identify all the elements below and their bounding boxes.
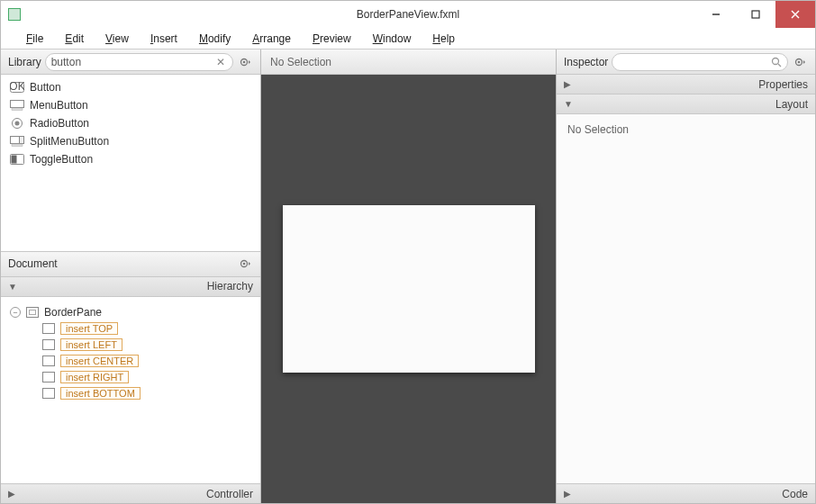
chevron-down-icon: ▼ [564,99,573,109]
search-icon [771,57,782,68]
svg-point-11 [15,122,20,126]
library-search-input[interactable] [51,56,214,68]
svg-rect-14 [12,144,23,147]
svg-rect-1 [752,11,759,18]
tree-slot[interactable]: insert CENTER [10,353,251,369]
menu-window[interactable]: Window [362,30,422,48]
slot-right-icon [42,372,55,382]
clear-search-icon[interactable]: ✕ [214,56,227,68]
menu-edit[interactable]: Edit [54,30,95,48]
section-label: Code [782,488,808,500]
selection-bar: No Selection [261,50,556,75]
inspector-gear-icon[interactable] [792,56,808,68]
titlebar: BorderPaneView.fxml [1,1,815,28]
svg-point-18 [243,263,246,266]
slot-label: insert RIGHT [60,371,129,383]
slot-label: insert BOTTOM [60,387,141,400]
menu-help[interactable]: Help [422,30,466,48]
minimize-button[interactable] [696,1,736,28]
inspector-section-properties[interactable]: ▶ Properties [557,75,815,94]
svg-rect-12 [11,137,20,144]
library-item-label: ToggleButton [30,153,93,166]
controller-header[interactable]: ▶ Controller [1,483,260,503]
tree-root[interactable]: − BorderPane [10,304,251,320]
slot-label: insert CENTER [60,355,139,367]
inspector-search[interactable] [612,53,788,71]
library-item[interactable]: OK Button [1,78,260,96]
svg-line-20 [778,64,781,67]
app-icon [8,8,21,21]
menu-view[interactable]: View [95,30,140,48]
library-header: Library ✕ [1,50,260,75]
tree-slot[interactable]: insert RIGHT [10,369,251,385]
split-menu-button-icon [10,135,24,148]
chevron-right-icon: ▶ [8,489,15,499]
library-item[interactable]: MenuButton [1,96,260,114]
inspector-body: No Selection [557,114,815,483]
hierarchy-header[interactable]: ▼ Hierarchy [1,277,260,297]
svg-rect-13 [20,137,24,144]
menu-insert[interactable]: Insert [140,30,188,48]
controller-label: Controller [206,488,253,500]
inspector-label: Inspector [564,56,608,68]
library-item[interactable]: SplitMenuButton [1,132,260,150]
document-header: Document [1,252,260,277]
slot-label: insert TOP [60,322,118,335]
menubar: File Edit View Insert Modify Arrange Pre… [1,28,815,50]
radio-button-icon [10,117,24,130]
svg-rect-9 [12,108,23,111]
library-item-label: MenuButton [30,99,88,112]
section-label: Properties [758,78,808,91]
svg-point-19 [773,58,779,64]
library-item-label: SplitMenuButton [30,135,109,148]
hierarchy-label: Hierarchy [207,280,253,292]
window-title: BorderPaneView.fxml [1,8,815,21]
slot-top-icon [42,323,55,334]
hierarchy-tree: − BorderPane insert TOP insert LEFT inse… [1,297,260,484]
slot-center-icon [42,356,55,366]
library-item-label: RadioButton [30,117,89,130]
disclosure-icon[interactable]: − [10,307,21,318]
inspector-section-code[interactable]: ▶ Code [557,483,815,503]
maximize-button[interactable] [736,1,775,28]
library-search[interactable]: ✕ [45,53,233,71]
svg-point-5 [243,60,246,63]
tree-slot[interactable]: insert TOP [10,320,251,337]
menu-arrange[interactable]: Arrange [241,30,302,48]
close-button[interactable] [775,1,815,28]
library-item-label: Button [30,81,61,94]
slot-label: insert LEFT [60,338,122,351]
svg-text:OK: OK [10,82,24,93]
library-label: Library [8,56,41,68]
inspector-body-text: No Selection [567,123,629,136]
library-item[interactable]: ToggleButton [1,150,260,168]
canvas-area[interactable] [261,75,556,503]
document-gear-icon[interactable] [237,257,253,270]
slot-left-icon [42,339,55,350]
document-label: Document [8,257,58,270]
library-gear-icon[interactable] [237,56,253,68]
tree-root-label: BorderPane [44,306,102,319]
tree-slot[interactable]: insert LEFT [10,337,251,353]
inspector-header: Inspector [557,50,815,75]
chevron-right-icon: ▶ [564,489,571,499]
menu-preview[interactable]: Preview [302,30,362,48]
inspector-section-layout[interactable]: ▼ Layout [557,94,815,114]
borderpane-icon [26,307,39,318]
menu-file[interactable]: File [15,30,54,48]
toggle-button-icon [10,153,24,166]
menu-button-icon [10,99,24,112]
section-label: Layout [775,98,808,111]
tree-slot[interactable]: insert BOTTOM [10,385,251,401]
canvas-root-pane[interactable] [283,205,535,373]
ok-button-icon: OK [10,81,24,94]
svg-rect-16 [12,156,17,164]
menu-modify[interactable]: Modify [188,30,241,48]
svg-rect-8 [11,101,24,108]
library-list: OK Button MenuButton RadioButton SplitMe… [1,75,260,251]
library-item[interactable]: RadioButton [1,114,260,132]
chevron-down-icon: ▼ [8,282,17,292]
svg-point-22 [798,60,801,63]
selection-label: No Selection [270,56,331,68]
slot-bottom-icon [42,388,55,399]
